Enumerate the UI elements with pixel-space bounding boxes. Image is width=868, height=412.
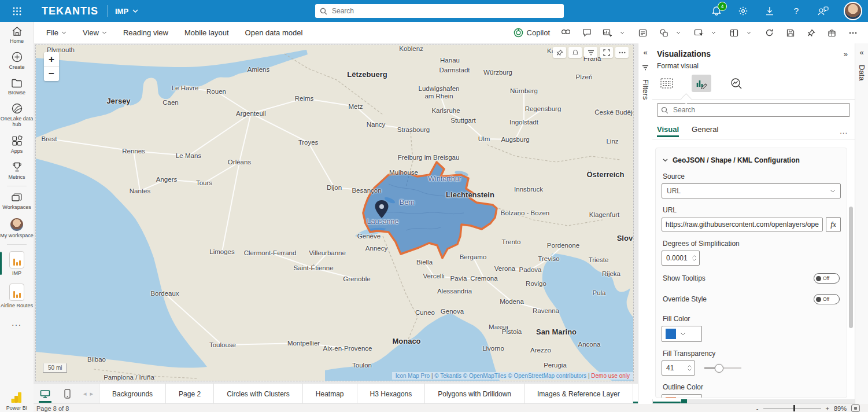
page-tab-backgrounds[interactable]: Backgrounds — [99, 384, 166, 404]
menu-open-data-model[interactable]: Open data model — [245, 28, 303, 37]
canvas-zoom-slider[interactable] — [763, 408, 821, 409]
new-visual-chevron[interactable] — [617, 28, 627, 38]
comment-icon[interactable] — [582, 28, 592, 38]
simplification-input[interactable] — [662, 251, 700, 266]
canvas-zoom-out-button[interactable]: - — [756, 405, 759, 412]
format-tab-visual[interactable]: Visual — [657, 125, 679, 137]
page-tab-images-reference-layer[interactable]: Images & Reference Layer — [525, 384, 633, 404]
attribution-product-link[interactable]: Icon Map Pro — [396, 373, 430, 379]
page-nav-chevrons[interactable]: ◂▸ — [81, 390, 95, 398]
stepper-arrows[interactable] — [692, 255, 699, 261]
format-visual-tab-icon[interactable] — [692, 75, 711, 92]
shapes-chevron[interactable] — [673, 28, 683, 38]
pin-visual-icon[interactable] — [553, 47, 566, 58]
help-icon[interactable]: ? — [791, 5, 802, 17]
shapes-icon[interactable] — [659, 28, 668, 38]
global-search[interactable] — [315, 4, 564, 18]
icon-map-visual[interactable]: PlymouthKarKoblenzPrahaHanauAmiensLëtzeb… — [36, 45, 633, 381]
canvas-zoom-in-button[interactable]: + — [826, 405, 829, 412]
override-style-toggle[interactable]: Off — [814, 294, 840, 304]
canvas-zoom-slider-thumb[interactable] — [793, 405, 795, 411]
mobile-view-icon[interactable] — [59, 386, 75, 402]
page-layout-chevron[interactable] — [744, 28, 754, 38]
nav-metrics[interactable]: Metrics — [0, 157, 34, 183]
more-options-icon[interactable] — [848, 28, 858, 38]
attribution-osm-link[interactable]: © OpenStreetMap contributors — [508, 373, 586, 379]
simplification-value[interactable] — [662, 254, 690, 262]
copilot-button[interactable]: Copilot — [514, 28, 550, 38]
pin-icon[interactable] — [806, 28, 816, 38]
account-avatar[interactable] — [844, 2, 862, 20]
visual-more-options-icon[interactable] — [615, 47, 629, 58]
fill-transparency-slider[interactable] — [704, 364, 741, 372]
nav-onelake-data-hub[interactable]: OneLake data hub — [0, 99, 34, 131]
geojson-section-header[interactable]: GeoJSON / Shape / KML Configuration — [663, 156, 841, 164]
download-icon[interactable] — [764, 5, 775, 17]
nav-create[interactable]: Create — [0, 47, 34, 73]
format-search[interactable] — [657, 103, 850, 117]
source-select[interactable]: URL — [662, 183, 841, 198]
page-tab-polygons-with-drilldown[interactable]: Polygons with Drilldown — [425, 384, 525, 404]
filter-icon[interactable] — [584, 47, 597, 58]
page-tab-circles-with-clusters[interactable]: Circles with Clusters — [214, 384, 303, 404]
desktop-view-icon[interactable] — [37, 386, 53, 402]
fit-to-page-icon[interactable] — [851, 404, 860, 412]
stepper-arrows[interactable] — [688, 365, 695, 371]
page-layout-icon[interactable] — [729, 28, 739, 38]
menu-reading-view[interactable]: Reading view — [123, 28, 168, 37]
save-icon[interactable] — [785, 28, 795, 38]
fx-conditional-format-button[interactable]: fx — [826, 217, 841, 232]
filters-pane-label[interactable]: Filters — [641, 79, 650, 100]
nav-report-imp[interactable]: IMP — [0, 247, 34, 279]
nav-browse[interactable]: Browse — [0, 74, 34, 99]
analytics-tab-icon[interactable] — [726, 75, 746, 92]
format-search-input[interactable] — [672, 105, 846, 115]
show-tooltips-toggle[interactable]: Off — [814, 273, 840, 284]
format-more-options[interactable]: ... — [840, 127, 848, 135]
data-pane-label[interactable]: Data — [858, 65, 866, 80]
menu-file[interactable]: File — [46, 28, 67, 37]
attribution-demo-link[interactable]: Demo use only — [591, 373, 630, 379]
find-icon[interactable] — [561, 28, 571, 38]
settings-icon[interactable] — [737, 5, 749, 17]
workspace-switcher[interactable]: IMP — [115, 7, 138, 16]
collapse-visualizations-icon[interactable]: » — [844, 50, 848, 58]
menu-mobile-layout[interactable]: Mobile layout — [184, 28, 229, 37]
url-input[interactable] — [662, 218, 823, 231]
map-zoom-in-button[interactable]: + — [44, 52, 59, 67]
expand-data-icon[interactable]: « — [859, 48, 863, 57]
refresh-icon[interactable] — [764, 28, 774, 38]
page-tab-heatmap[interactable]: Heatmap — [303, 384, 357, 404]
fill-color-picker[interactable] — [662, 326, 702, 342]
search-input[interactable] — [331, 6, 559, 16]
outline-color-picker[interactable] — [662, 394, 702, 398]
format-tab-general[interactable]: General — [692, 125, 718, 137]
fill-transparency-value[interactable] — [662, 364, 684, 372]
attribution-openmaptiles-link[interactable]: © OpenMapTiles — [463, 373, 507, 379]
new-visual-icon[interactable] — [603, 28, 612, 38]
buttons-chevron[interactable] — [708, 28, 718, 38]
nav-workspaces[interactable]: Workspaces — [0, 189, 34, 214]
attribution-tekantis-link[interactable]: © Tekantis — [434, 373, 461, 379]
text-box-icon[interactable] — [638, 28, 648, 38]
nav-home[interactable]: Home — [0, 22, 34, 47]
nav-report-airline-routes[interactable]: Airline Routes — [0, 279, 34, 312]
page-tab-h3-hexagons[interactable]: H3 Hexagons — [357, 384, 426, 404]
alert-icon[interactable] — [568, 47, 582, 58]
focus-mode-icon[interactable] — [600, 47, 613, 58]
sensitivity-icon[interactable] — [827, 28, 837, 38]
page-tab-page-2[interactable]: Page 2 — [166, 384, 214, 404]
buttons-icon[interactable] — [694, 28, 704, 38]
map-zoom-out-button[interactable]: − — [44, 67, 59, 81]
menu-view[interactable]: View — [83, 28, 107, 37]
fill-transparency-input[interactable] — [662, 360, 695, 376]
panel-scrollbar[interactable] — [849, 151, 853, 394]
nav-more[interactable]: ... — [12, 312, 22, 333]
nav-apps[interactable]: Apps — [0, 131, 34, 157]
expand-filters-icon[interactable]: « — [643, 48, 647, 57]
build-visual-tab-icon[interactable] — [657, 75, 677, 92]
feedback-icon[interactable] — [817, 5, 829, 17]
nav-my-workspace[interactable]: My workspace — [0, 214, 34, 242]
notifications-icon[interactable]: 4 — [711, 5, 722, 17]
app-launcher-icon[interactable] — [0, 7, 34, 16]
